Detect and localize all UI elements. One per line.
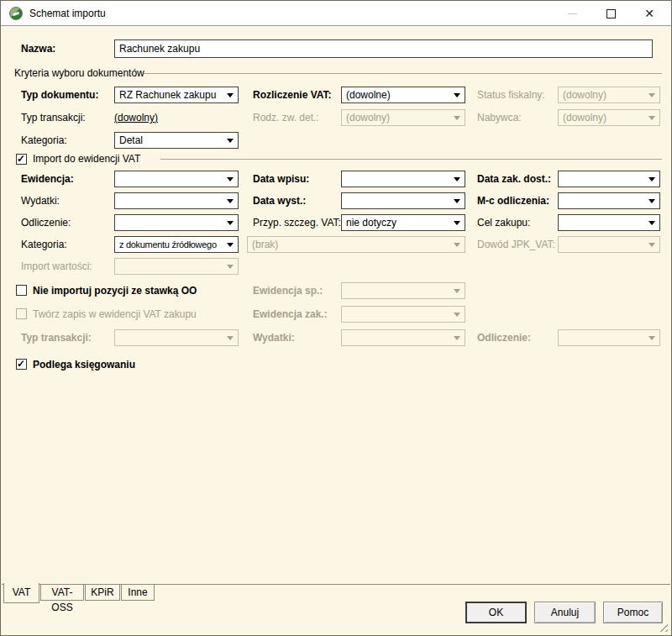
chevron-down-icon — [227, 139, 234, 143]
rozliczenie-vat-label: Rozliczenie VAT: — [253, 87, 332, 103]
data-wpisu-label: Data wpisu: — [253, 171, 309, 187]
chevron-down-icon — [454, 177, 460, 181]
chevron-down-icon — [648, 243, 655, 247]
przyp-szczeg-vat-select[interactable]: nie dotyczy — [341, 214, 465, 231]
typ-transakcji-label: Typ transakcji: — [21, 109, 86, 126]
maximize-button[interactable] — [591, 1, 630, 26]
nabywca-label: Nabywca: — [477, 109, 522, 126]
ewidencja-sp-label: Ewidencja sp.: — [253, 282, 323, 299]
ewidencja-label: Ewidencja: — [21, 171, 74, 187]
criteria-group-line — [144, 73, 662, 74]
nabywca-value: (dowolny) — [563, 110, 646, 125]
kategoria-zrodlo-select: (brak) — [247, 236, 465, 253]
odliczenie-select[interactable] — [114, 214, 239, 231]
data-wpisu-select[interactable] — [341, 171, 465, 187]
close-button[interactable]: ✕ — [630, 1, 669, 26]
wydatki-select[interactable] — [114, 192, 239, 209]
chevron-down-icon — [227, 265, 234, 269]
cel-zakupu-value — [563, 215, 646, 230]
chevron-down-icon — [227, 221, 234, 225]
kategoria-vat-value: z dokumentu źródłowego — [119, 237, 224, 252]
tworz-zapis-label: Twórz zapis w ewidencji VAT zakupu — [33, 306, 197, 323]
import-ewidencji-vat-checkbox[interactable]: ✓ — [16, 154, 27, 165]
cel-zakupu-select[interactable] — [558, 214, 660, 231]
chevron-down-icon — [648, 199, 655, 203]
odliczenie-value — [119, 215, 224, 230]
chevron-down-icon — [454, 116, 460, 120]
mc-odliczenia-select[interactable] — [558, 192, 660, 209]
data-wyst-select[interactable] — [341, 192, 465, 209]
kategoria-label: Kategoria: — [21, 132, 67, 149]
rozliczenie-vat-select[interactable]: (dowolne) — [341, 87, 465, 103]
ewidencja-select[interactable] — [114, 171, 239, 187]
status-fiskalny-label: Status fiskalny: — [477, 87, 545, 103]
chevron-down-icon — [454, 243, 460, 247]
anuluj-button[interactable]: Anuluj — [534, 602, 596, 623]
chevron-down-icon — [454, 199, 460, 203]
typ-dokumentu-label: Typ dokumentu: — [21, 87, 98, 103]
chevron-down-icon — [454, 313, 460, 317]
nazwa-input[interactable] — [114, 39, 653, 58]
chevron-down-icon — [227, 243, 234, 247]
import-wartosci-select — [114, 258, 239, 275]
tab-vat-oss[interactable]: VAT-OSS — [40, 585, 84, 601]
chevron-down-icon — [227, 336, 234, 340]
import-wartosci-label: Import wartości: — [21, 258, 92, 275]
maximize-icon — [606, 9, 616, 18]
rodz-zw-det-value: (dowolny) — [346, 110, 451, 125]
tab-kpir[interactable]: KPiR — [85, 585, 120, 601]
tab-inne[interactable]: Inne — [121, 585, 155, 601]
rozliczenie-vat-value: (dowolne) — [346, 87, 451, 102]
kategoria-vat-select[interactable]: z dokumentu źródłowego — [114, 236, 239, 253]
mc-odliczenia-label: M-c odliczenia: — [477, 192, 549, 209]
odliczenie2-value — [563, 330, 646, 345]
kategoria-zrodlo-value: (brak) — [252, 237, 451, 252]
chevron-down-icon — [648, 116, 655, 120]
odliczenie2-select — [558, 329, 660, 346]
typ-dokumentu-select[interactable]: RZ Rachunek zakupu — [114, 87, 239, 103]
podlega-ksiegowaniu-label: Podlega księgowaniu — [33, 356, 135, 373]
odliczenie-label: Odliczenie: — [21, 214, 71, 231]
przyp-szczeg-vat-value: nie dotyczy — [346, 215, 451, 230]
kategoria-select[interactable]: Detal — [114, 132, 239, 149]
nazwa-label: Nazwa: — [21, 40, 55, 57]
close-icon: ✕ — [644, 8, 654, 19]
typ-transakcji-link[interactable]: (dowolny) — [114, 109, 158, 126]
wydatki2-label: Wydatki: — [253, 329, 295, 346]
criteria-group-title: Kryteria wyboru dokumentów — [14, 67, 144, 79]
typ-dokumentu-value: RZ Rachunek zakupu — [119, 87, 224, 102]
minimize-icon — [568, 13, 577, 14]
chevron-down-icon — [648, 336, 655, 340]
typ-transakcji2-value — [119, 330, 224, 345]
chevron-down-icon — [227, 177, 234, 181]
ok-button[interactable]: OK — [465, 602, 527, 623]
tworz-zapis-checkbox — [16, 308, 27, 319]
nie-importuj-oo-checkbox[interactable] — [16, 285, 27, 296]
import-wartosci-value — [119, 259, 224, 274]
typ-transakcji2-label: Typ transakcji: — [21, 329, 92, 346]
nie-importuj-oo-label: Nie importuj pozycji ze stawką OO — [33, 282, 197, 299]
ewidencja-zak-value — [346, 307, 451, 322]
data-zak-dost-select[interactable] — [558, 171, 660, 187]
window-title: Schemat importu — [29, 1, 106, 26]
ewidencja-zak-select — [341, 306, 465, 323]
chevron-down-icon — [648, 177, 655, 181]
podlega-ksiegowaniu-checkbox[interactable]: ✓ — [16, 359, 27, 370]
nabywca-select: (dowolny) — [558, 109, 660, 126]
rodz-zw-det-label: Rodz. zw. det.: — [253, 109, 319, 126]
titlebar[interactable]: Schemat importu ✕ — [1, 1, 671, 26]
wydatki2-value — [346, 330, 451, 345]
data-wyst-value — [346, 193, 451, 208]
mc-odliczenia-value — [563, 193, 646, 208]
rodz-zw-det-select: (dowolny) — [341, 109, 465, 126]
pomoc-button[interactable]: Pomoc — [603, 602, 663, 623]
chevron-down-icon — [227, 93, 234, 97]
checkmark-icon: ✓ — [17, 358, 25, 370]
ewidencja-sp-select — [341, 282, 465, 299]
chevron-down-icon — [648, 221, 655, 225]
tab-vat[interactable]: VAT — [3, 583, 39, 603]
cel-zakupu-label: Cel zakupu: — [477, 214, 530, 231]
dowod-jpk-vat-label: Dowód JPK_VAT: — [477, 236, 555, 253]
przyp-szczeg-vat-label: Przyp. szczeg. VAT: — [253, 214, 341, 231]
checkmark-icon: ✓ — [17, 153, 25, 165]
